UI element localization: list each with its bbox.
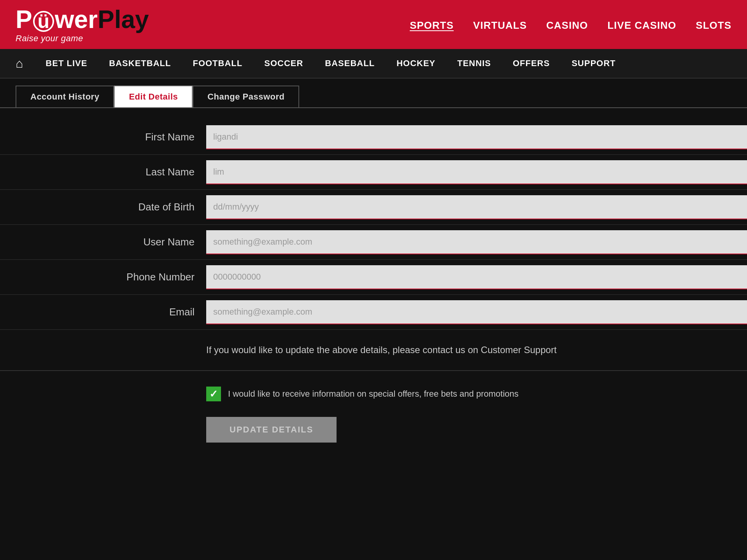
tab-change-password[interactable]: Change Password bbox=[193, 86, 299, 107]
header-nav: SPORTS VIRTUALS CASINO LIVE CASINO SLOTS bbox=[410, 19, 731, 32]
dob-row: Date of Birth bbox=[0, 190, 747, 225]
nav-slots[interactable]: SLOTS bbox=[696, 19, 731, 32]
username-label: User Name bbox=[0, 225, 206, 259]
button-row: UPDATE DETAILS bbox=[0, 409, 747, 458]
dob-input-area bbox=[206, 190, 747, 224]
promotions-checkbox[interactable]: ✓ bbox=[206, 387, 221, 401]
first-name-input-area bbox=[206, 120, 747, 154]
checkmark-icon: ✓ bbox=[209, 388, 218, 400]
tab-bar: Account History Edit Details Change Pass… bbox=[0, 79, 747, 108]
nav-support[interactable]: SUPPORT bbox=[561, 49, 626, 78]
email-input-area bbox=[206, 295, 747, 329]
update-details-button[interactable]: UPDATE DETAILS bbox=[206, 417, 337, 443]
logo: PüwerPlay bbox=[16, 7, 149, 32]
form-area: First Name Last Name Date of Birth User … bbox=[0, 108, 747, 481]
home-icon[interactable]: ⌂ bbox=[16, 56, 23, 71]
tab-account-history[interactable]: Account History bbox=[16, 86, 114, 107]
header: PüwerPlay Raise your game SPORTS VIRTUAL… bbox=[0, 0, 747, 49]
dob-input[interactable] bbox=[206, 195, 747, 219]
nav-hockey[interactable]: HOCKEY bbox=[386, 49, 446, 78]
note-row: If you would like to update the above de… bbox=[0, 330, 747, 371]
first-name-row: First Name bbox=[0, 120, 747, 155]
first-name-input[interactable] bbox=[206, 125, 747, 149]
tab-edit-details[interactable]: Edit Details bbox=[114, 86, 193, 107]
logo-play: Play bbox=[98, 5, 149, 33]
nav-baseball[interactable]: BASEBALL bbox=[314, 49, 386, 78]
nav-live-casino[interactable]: LIVE CASINO bbox=[607, 19, 676, 32]
phone-input[interactable] bbox=[206, 265, 747, 289]
username-input[interactable] bbox=[206, 230, 747, 254]
email-row: Email bbox=[0, 295, 747, 330]
nav-casino[interactable]: CASINO bbox=[546, 19, 588, 32]
phone-input-area bbox=[206, 260, 747, 294]
nav-tennis[interactable]: TENNIS bbox=[446, 49, 502, 78]
promotions-checkbox-label: I would like to receive information on s… bbox=[228, 389, 519, 399]
last-name-input[interactable] bbox=[206, 160, 747, 184]
nav-offers[interactable]: OFFERS bbox=[502, 49, 561, 78]
last-name-input-area bbox=[206, 155, 747, 189]
nav-virtuals[interactable]: VIRTUALS bbox=[473, 19, 527, 32]
username-row: User Name bbox=[0, 225, 747, 260]
divider bbox=[0, 371, 747, 371]
username-input-area bbox=[206, 225, 747, 259]
email-input[interactable] bbox=[206, 300, 747, 324]
customer-support-note: If you would like to update the above de… bbox=[206, 338, 747, 362]
last-name-row: Last Name bbox=[0, 155, 747, 190]
nav-sports[interactable]: SPORTS bbox=[410, 19, 454, 32]
logo-power: Püwer bbox=[16, 5, 98, 33]
last-name-label: Last Name bbox=[0, 155, 206, 189]
logo-area: PüwerPlay Raise your game bbox=[16, 7, 149, 44]
phone-label: Phone Number bbox=[0, 260, 206, 294]
nav-bet-live[interactable]: BET LIVE bbox=[35, 49, 98, 78]
nav-basketball[interactable]: BASKETBALL bbox=[98, 49, 182, 78]
note-spacer bbox=[0, 338, 206, 362]
dob-label: Date of Birth bbox=[0, 190, 206, 224]
secondary-nav: ⌂ BET LIVE BASKETBALL FOOTBALL SOCCER BA… bbox=[0, 49, 747, 79]
first-name-label: First Name bbox=[0, 120, 206, 154]
nav-football[interactable]: FOOTBALL bbox=[182, 49, 253, 78]
phone-row: Phone Number bbox=[0, 260, 747, 295]
checkbox-row: ✓ I would like to receive information on… bbox=[0, 375, 747, 409]
email-label: Email bbox=[0, 295, 206, 329]
logo-subtitle: Raise your game bbox=[16, 33, 149, 44]
nav-soccer[interactable]: SOCCER bbox=[253, 49, 314, 78]
